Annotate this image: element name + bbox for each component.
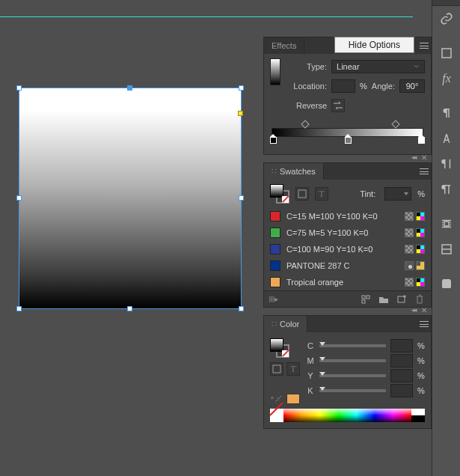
formatting-container-button[interactable] — [295, 187, 309, 201]
color-stop-end[interactable] — [418, 137, 425, 145]
svg-rect-3 — [298, 190, 306, 198]
k-value-field[interactable] — [390, 384, 413, 397]
percent-label: % — [360, 82, 367, 91]
m-slider[interactable] — [319, 359, 386, 362]
none-color-icon[interactable] — [270, 409, 283, 422]
fill-stroke-proxy[interactable] — [270, 338, 289, 358]
y-value-field[interactable] — [390, 369, 413, 382]
swatches-panel: ◂◂ ✕ ∷Swatches T Tint: % C=15 M=100 Y=10… — [263, 162, 432, 308]
new-color-group-icon[interactable] — [377, 293, 390, 306]
character-panel-icon[interactable] — [432, 151, 460, 177]
angle-field[interactable]: 90° — [399, 79, 425, 93]
object-gradient-fill — [19, 88, 241, 308]
spectrum-ramp[interactable] — [283, 409, 411, 422]
gradient-swatch-preview[interactable] — [270, 58, 280, 85]
text-wrap-icon[interactable] — [432, 211, 460, 237]
tab-color[interactable]: ∷Color — [264, 316, 307, 332]
live-corner-widget[interactable] — [238, 111, 243, 116]
hide-options-popup[interactable]: Hide Options — [334, 37, 414, 53]
effects-panel-icon[interactable]: fx — [432, 66, 460, 91]
close-panel-icon[interactable]: ✕ — [421, 306, 427, 314]
midpoint-stop[interactable] — [345, 137, 352, 145]
swatch-row[interactable]: C=15 M=100 Y=100 K=0 — [264, 208, 431, 225]
color-spectrum[interactable] — [270, 409, 425, 422]
align-panel-icon[interactable] — [432, 237, 460, 262]
collapse-panel-icon[interactable]: ◂◂ — [411, 153, 416, 161]
opacity-stop[interactable] — [392, 120, 400, 128]
links-panel-icon[interactable] — [432, 6, 460, 31]
paragraph-panel-icon[interactable] — [432, 177, 460, 202]
swatch-name: C=100 M=90 Y=10 K=0 — [286, 245, 399, 254]
tint-field[interactable] — [384, 187, 411, 201]
panel-menu-button[interactable] — [417, 163, 431, 180]
resize-handle[interactable] — [16, 85, 22, 91]
gradient-type-dropdown[interactable]: Linear ﹀ — [331, 60, 425, 73]
resize-handle[interactable] — [239, 85, 244, 91]
gradient-ramp-editor[interactable] — [272, 121, 423, 147]
reverse-gradient-button[interactable] — [331, 99, 345, 112]
panel-menu-button[interactable] — [417, 37, 431, 54]
resize-handle[interactable] — [16, 195, 22, 201]
swatch-options-icon[interactable] — [359, 293, 372, 306]
formatting-text-button[interactable]: T — [286, 362, 300, 376]
svg-rect-1 — [443, 185, 451, 186]
y-slider[interactable] — [319, 374, 386, 377]
new-swatch-icon[interactable] — [395, 293, 408, 306]
resize-handle[interactable] — [16, 306, 22, 311]
delete-swatch-icon[interactable] — [413, 293, 426, 306]
svg-rect-6 — [362, 300, 365, 303]
ruler-guide[interactable] — [0, 16, 413, 17]
swatch-name: PANTONE 287 C — [286, 261, 399, 270]
location-field[interactable] — [331, 79, 355, 93]
swatch-name: C=15 M=100 Y=100 K=0 — [286, 212, 399, 221]
dock-grip[interactable] — [432, 0, 460, 6]
swatch-row[interactable]: C=75 M=5 Y=100 K=0 — [264, 225, 431, 241]
percent-label: % — [417, 371, 425, 380]
y-slider-row: Y % — [306, 368, 425, 383]
close-panel-icon[interactable]: ✕ — [421, 153, 427, 162]
percent-label: % — [417, 189, 425, 198]
character-styles-icon[interactable] — [432, 126, 460, 151]
swatch-chip — [270, 277, 280, 287]
svg-rect-4 — [362, 296, 365, 299]
tab-effects[interactable]: Effects — [264, 37, 304, 54]
formatting-text-button[interactable]: T — [315, 187, 328, 201]
swatch-row[interactable]: Tropical orange — [264, 274, 431, 290]
panel-menu-button[interactable] — [417, 316, 431, 332]
resize-handle[interactable] — [239, 195, 244, 201]
collapse-panel-icon[interactable]: ◂◂ — [411, 306, 416, 314]
svg-rect-2 — [444, 222, 449, 226]
color-stop-start[interactable] — [270, 137, 277, 145]
c-slider[interactable] — [319, 344, 386, 347]
formatting-container-button[interactable] — [270, 362, 283, 376]
black-white-picker[interactable] — [411, 409, 425, 422]
global-icon — [405, 228, 414, 237]
global-color-icon — [416, 261, 425, 270]
c-value-field[interactable] — [390, 339, 413, 353]
k-slider[interactable] — [319, 389, 386, 392]
opacity-stop[interactable] — [301, 120, 309, 128]
swatch-row[interactable]: PANTONE 287 C — [264, 257, 431, 274]
switch-row-view-icon[interactable]: ⊞▸ — [269, 295, 279, 303]
swatch-name: C=75 M=5 Y=100 K=0 — [286, 228, 399, 237]
m-value-field[interactable] — [390, 354, 413, 367]
resize-handle[interactable] — [127, 85, 132, 91]
selected-object[interactable] — [19, 88, 241, 308]
paragraph-styles-icon[interactable] — [432, 100, 460, 126]
tab-swatches[interactable]: ∷Swatches — [264, 163, 324, 180]
resize-handle[interactable] — [127, 306, 132, 311]
swatch-row[interactable]: C=100 M=90 Y=10 K=0 — [264, 241, 431, 257]
gradient-type-value: Linear — [337, 62, 360, 71]
last-color-chip[interactable] — [286, 394, 300, 404]
cmyk-icon — [416, 212, 425, 221]
swatch-chip — [270, 211, 280, 222]
svg-rect-7 — [398, 296, 405, 302]
stroke-panel-icon[interactable] — [432, 40, 460, 66]
color-panel: ◂◂ ✕ ∷Color T — [263, 315, 432, 429]
swatch-name: Tropical orange — [286, 278, 399, 287]
resize-handle[interactable] — [239, 306, 244, 311]
spot-icon — [405, 261, 414, 270]
fill-stroke-proxy[interactable] — [270, 184, 289, 204]
cc-libraries-icon[interactable] — [432, 271, 460, 296]
svg-rect-0 — [442, 49, 451, 58]
